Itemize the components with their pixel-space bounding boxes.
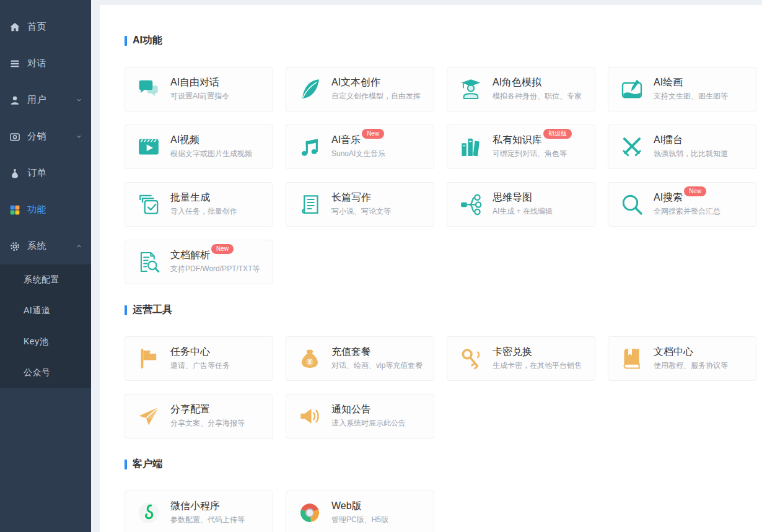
card-ai-role-simulation[interactable]: AI角色模拟模拟各种身份、职位、专家 bbox=[447, 67, 595, 111]
paper-plane-icon bbox=[136, 404, 161, 429]
card-text: 长篇写作写小说、写论文等 bbox=[331, 193, 391, 217]
card-doc-parse[interactable]: 文档解析New支持PDF/Word/PPT/TXT等 bbox=[125, 240, 273, 284]
card-grid-ai-features: AI自由对话可设置AI前置指令AI文本创作自定义创作模型，自由发挥AI角色模拟模… bbox=[125, 67, 762, 284]
card-subtitle: 管理PC版、H5版 bbox=[331, 515, 388, 525]
card-ai-text-creation[interactable]: AI文本创作自定义创作模型，自由发挥 bbox=[286, 67, 434, 111]
user-icon bbox=[9, 94, 21, 107]
card-text: AI音乐NewSunoAI文生音乐 bbox=[331, 135, 385, 159]
card-title-row: 思维导图 bbox=[493, 193, 553, 203]
card-recharge-packages[interactable]: ¥充值套餐对话、绘画、vip等充值套餐 bbox=[286, 336, 434, 381]
card-text: 微信小程序参数配置、代码上传等 bbox=[170, 501, 245, 525]
sidebar-item-features[interactable]: 功能 bbox=[0, 191, 91, 228]
sidebar-item-users[interactable]: 用户 bbox=[0, 82, 91, 118]
card-title-row: 批量生成 bbox=[170, 193, 237, 203]
card-subtitle: 进入系统时展示此公告 bbox=[331, 418, 406, 429]
card-title: 私有知识库 bbox=[493, 135, 542, 145]
card-text: AI视频根据文字或图片生成视频 bbox=[170, 135, 252, 159]
card-ai-search[interactable]: AI搜索New全网搜索并整合汇总 bbox=[608, 182, 756, 227]
paint-icon bbox=[620, 77, 644, 102]
card-long-writing[interactable]: 长篇写作写小说、写论文等 bbox=[286, 182, 434, 227]
books-icon bbox=[458, 134, 483, 159]
card-title: AI视频 bbox=[170, 135, 199, 145]
card-ai-video[interactable]: AI视频根据文字或图片生成视频 bbox=[125, 124, 273, 169]
card-private-knowledge-base[interactable]: 私有知识库初级版可绑定到对话、角色等 bbox=[447, 124, 595, 169]
card-grid-operation-tools: 任务中心邀请、广告等任务¥充值套餐对话、绘画、vip等充值套餐卡密兑换生成卡密，… bbox=[125, 336, 762, 438]
sidebar-item-label: 订单 bbox=[27, 167, 84, 179]
card-badge: New bbox=[684, 186, 706, 196]
card-notice[interactable]: 通知公告进入系统时展示此公告 bbox=[286, 394, 434, 438]
sidebar-subitem-label: Key池 bbox=[24, 336, 48, 347]
sidebar-item-home[interactable]: 首页 bbox=[0, 9, 91, 45]
batch-icon bbox=[136, 192, 161, 217]
sidebar-subitem-official-account[interactable]: 公众号 bbox=[0, 357, 91, 388]
card-title-row: AI擂台 bbox=[654, 135, 728, 145]
card-title: AI搜索 bbox=[654, 193, 683, 203]
card-title: AI音乐 bbox=[331, 135, 361, 145]
gear-icon bbox=[9, 240, 21, 253]
card-text: 卡密兑换生成卡密，在其他平台销售 bbox=[493, 347, 582, 371]
card-text: AI擂台孰强孰弱，比比就知道 bbox=[654, 135, 728, 159]
card-share-config[interactable]: 分享配置分享文案、分享海报等 bbox=[125, 394, 273, 438]
card-web-version[interactable]: Web版管理PC版、H5版 bbox=[286, 491, 434, 532]
card-title-row: AI搜索New bbox=[654, 193, 720, 203]
card-wechat-miniprogram[interactable]: 微信小程序参数配置、代码上传等 bbox=[125, 491, 273, 532]
card-subtitle: AI生成 + 在线编辑 bbox=[493, 206, 553, 217]
card-text: 文档中心使用教程、服务协议等 bbox=[654, 347, 728, 371]
book-icon bbox=[620, 346, 644, 371]
card-batch-generation[interactable]: 批量生成导入任务，批量创作 bbox=[125, 182, 273, 227]
section-ai-features: AI功能AI自由对话可设置AI前置指令AI文本创作自定义创作模型，自由发挥AI角… bbox=[125, 34, 762, 284]
section-title: 运营工具 bbox=[133, 303, 172, 316]
card-grid-clients: 微信小程序参数配置、代码上传等Web版管理PC版、H5版 bbox=[125, 491, 762, 532]
moneybag-icon: ¥ bbox=[297, 346, 322, 371]
app-window: 首页对话用户分销订单功能系统系统配置AI通道Key池公众号 AI功能AI自由对话… bbox=[0, 0, 762, 532]
card-text: 文档解析New支持PDF/Word/PPT/TXT等 bbox=[170, 250, 260, 274]
sidebar-subitem-ai-channel[interactable]: AI通道 bbox=[0, 295, 91, 326]
card-text: 通知公告进入系统时展示此公告 bbox=[331, 404, 406, 429]
card-card-key-redeem[interactable]: 卡密兑换生成卡密，在其他平台销售 bbox=[447, 336, 595, 381]
card-task-center[interactable]: 任务中心邀请、广告等任务 bbox=[125, 336, 273, 381]
sidebar: 首页对话用户分销订单功能系统系统配置AI通道Key池公众号 bbox=[0, 0, 91, 532]
card-title: AI文本创作 bbox=[331, 77, 380, 87]
section-accent-bar bbox=[125, 305, 127, 315]
card-title: 任务中心 bbox=[170, 347, 210, 357]
svg-text:¥: ¥ bbox=[308, 358, 312, 365]
card-subtitle: 根据文字或图片生成视频 bbox=[170, 149, 252, 159]
card-title-row: Web版 bbox=[331, 501, 388, 511]
sidebar-subitem-key-pool[interactable]: Key池 bbox=[0, 326, 91, 357]
card-subtitle: 参数配置、代码上传等 bbox=[170, 515, 245, 525]
section-title: 客户端 bbox=[133, 458, 162, 471]
card-subtitle: 对话、绘画、vip等充值套餐 bbox=[331, 360, 423, 371]
flag-icon bbox=[136, 346, 161, 371]
card-title-row: 文档解析New bbox=[170, 250, 260, 260]
sidebar-item-label: 首页 bbox=[27, 21, 84, 33]
sidebar-subitem-system-config[interactable]: 系统配置 bbox=[0, 264, 91, 295]
chevron-down-icon bbox=[74, 132, 84, 141]
sidebar-item-orders[interactable]: 订单 bbox=[0, 155, 91, 191]
sidebar-item-system[interactable]: 系统 bbox=[0, 228, 91, 264]
card-text: 分享配置分享文案、分享海报等 bbox=[170, 404, 245, 429]
card-title-row: 卡密兑换 bbox=[493, 347, 582, 357]
card-title: 长篇写作 bbox=[331, 193, 371, 203]
card-ai-drawing[interactable]: AI绘画支持文生图、图生图等 bbox=[608, 67, 756, 111]
card-title: 微信小程序 bbox=[170, 501, 220, 511]
sidebar-item-distribution[interactable]: 分销 bbox=[0, 118, 91, 155]
sidebar-subitem-label: 系统配置 bbox=[24, 274, 59, 286]
card-text: Web版管理PC版、H5版 bbox=[331, 501, 388, 525]
card-ai-music[interactable]: AI音乐NewSunoAI文生音乐 bbox=[286, 124, 434, 169]
card-title-row: 任务中心 bbox=[170, 347, 230, 357]
sidebar-item-chat[interactable]: 对话 bbox=[0, 45, 91, 82]
card-title: AI擂台 bbox=[654, 135, 683, 145]
card-subtitle: 写小说、写论文等 bbox=[331, 206, 391, 217]
card-subtitle: 模拟各种身份、职位、专家 bbox=[493, 91, 582, 102]
section-accent-bar bbox=[125, 36, 127, 46]
card-text: 充值套餐对话、绘画、vip等充值套餐 bbox=[331, 347, 423, 371]
card-doc-center[interactable]: 文档中心使用教程、服务协议等 bbox=[608, 336, 756, 381]
card-ai-arena[interactable]: AI擂台孰强孰弱，比比就知道 bbox=[608, 124, 756, 169]
card-mindmap[interactable]: 思维导图AI生成 + 在线编辑 bbox=[447, 182, 595, 227]
card-title: AI角色模拟 bbox=[493, 77, 541, 87]
card-ai-free-chat[interactable]: AI自由对话可设置AI前置指令 bbox=[125, 67, 273, 111]
wechat-miniprogram-icon bbox=[136, 500, 161, 525]
card-title: Web版 bbox=[331, 501, 362, 511]
megaphone-icon bbox=[297, 404, 322, 429]
card-title-row: 充值套餐 bbox=[331, 347, 423, 357]
